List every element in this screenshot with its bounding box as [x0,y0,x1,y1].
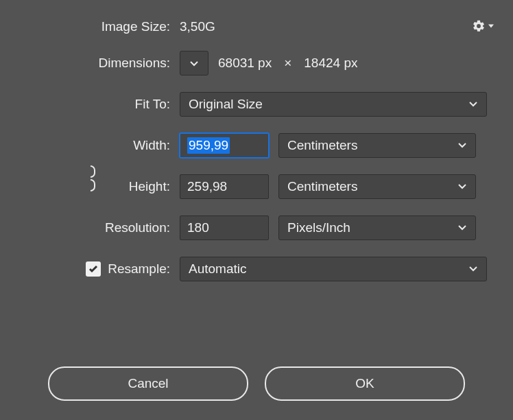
resample-label: Resample: [108,261,170,277]
chevron-down-icon [457,183,467,190]
gear-icon [472,19,486,33]
width-unit-value: Centimeters [287,138,357,153]
image-size-label: Image Size: [0,19,180,34]
times-icon: × [281,56,294,71]
dimensions-label: Dimensions: [0,56,180,71]
height-unit-value: Centimeters [287,179,357,194]
chevron-down-icon [488,23,494,29]
cancel-button[interactable]: Cancel [48,366,248,401]
resolution-unit-value: Pixels/Inch [287,220,350,235]
chevron-down-icon [468,101,478,108]
resample-checkbox[interactable] [86,261,101,277]
width-value: 959,99 [187,137,230,154]
link-constrain-icon[interactable] [84,163,97,197]
check-icon [88,264,99,275]
resolution-label: Resolution: [0,220,180,235]
image-size-dialog: Image Size: 3,50G Dimensions: 68031 px ×… [0,0,513,420]
ok-button[interactable]: OK [265,366,465,401]
image-size-value: 3,50G [180,19,215,34]
ok-button-label: OK [355,376,374,391]
chevron-down-icon [457,224,467,231]
chevron-down-icon [468,266,478,272]
height-input[interactable]: 259,98 [180,174,269,199]
width-input[interactable]: 959,99 [180,133,269,158]
cancel-button-label: Cancel [128,376,168,391]
dimensions-unit-dropdown[interactable] [180,51,208,75]
settings-menu-button[interactable] [472,19,494,33]
resolution-unit-select[interactable]: Pixels/Inch [278,215,476,240]
fit-to-label: Fit To: [0,97,180,112]
resolution-input[interactable]: 180 [180,215,269,240]
resolution-value: 180 [187,220,209,235]
dimensions-width: 68031 px [218,56,272,71]
width-unit-select[interactable]: Centimeters [278,133,476,158]
chevron-down-icon [457,142,467,149]
dimensions-height: 18424 px [304,56,357,71]
resample-mode-value: Automatic [189,261,246,277]
fit-to-select[interactable]: Original Size [180,92,487,117]
width-label: Width: [0,138,180,153]
resample-mode-select[interactable]: Automatic [180,257,487,281]
height-value: 259,98 [187,179,227,194]
chevron-down-icon [189,56,199,71]
height-unit-select[interactable]: Centimeters [278,174,476,199]
fit-to-value: Original Size [189,97,263,112]
